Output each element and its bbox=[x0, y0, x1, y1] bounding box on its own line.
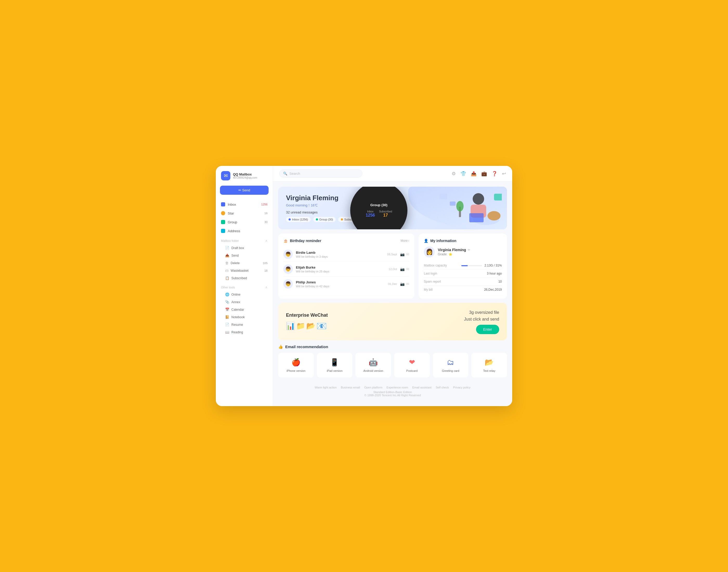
birthday-actions-1: 📷 ✉ bbox=[400, 267, 409, 271]
help-icon[interactable]: ❓ bbox=[492, 171, 497, 176]
camera-icon-0[interactable]: 📷 bbox=[400, 252, 405, 256]
sidebar-item-notebook[interactable]: 📔 Notebook bbox=[216, 313, 273, 321]
delete-icon: 🗑 bbox=[225, 261, 228, 265]
user-avatar: 👩 bbox=[424, 246, 435, 258]
online-label: Online bbox=[231, 293, 240, 296]
wechat-right: 3g oversized file Just click and send En… bbox=[464, 309, 499, 334]
floating-popup: Group (30) Inbox 1256 Subscribed 17 bbox=[350, 187, 408, 229]
recommendation-section: 👍 Email recommendation 🍎 iPhone version … bbox=[278, 345, 507, 377]
footer-link-2[interactable]: Open platform bbox=[364, 386, 382, 389]
main-content: 🔍 Search ⚙ 👕 📤 💼 ❓ ↩ bbox=[273, 166, 512, 406]
sidebar-item-star[interactable]: Star 16 bbox=[216, 209, 273, 218]
subscribed-icon: 📋 bbox=[225, 276, 229, 280]
edit-profile-icon[interactable]: ✏ bbox=[468, 248, 470, 252]
birthday-actions-2: 📷 ✉ bbox=[400, 282, 409, 286]
recommend-item-android[interactable]: 🤖 Android version bbox=[355, 353, 391, 377]
reading-label: Reading bbox=[231, 331, 243, 334]
sidebar-item-reading[interactable]: 📖 Reading bbox=[216, 329, 273, 336]
iphone-icon: 🍎 bbox=[291, 358, 301, 367]
recommend-title-icon: 👍 bbox=[278, 345, 283, 349]
recommend-item-greeting[interactable]: 🗂 Greeting card bbox=[433, 353, 468, 377]
upload-icon[interactable]: 📤 bbox=[471, 171, 477, 176]
popup-inbox-label: Inbox bbox=[366, 210, 375, 213]
footer-copyright: © 1998-2020 Tencent Inc.All Right Reserv… bbox=[282, 394, 503, 397]
recommend-title: 👍 Email recommendation bbox=[278, 345, 507, 349]
sidebar-item-wastebasket[interactable]: 🗃 Wastebasket 18 bbox=[216, 267, 273, 274]
footer-link-4[interactable]: Email assistant bbox=[412, 386, 432, 389]
group-label: Group bbox=[228, 220, 237, 224]
recommend-grid: 🍎 iPhone version 📱 iPad version 🤖 Androi… bbox=[278, 353, 507, 377]
avatar-birdie: 👦 bbox=[283, 249, 293, 259]
sidebar-item-online[interactable]: 🌐 Online bbox=[216, 291, 273, 298]
mailbox-chevron-icon: ∧ bbox=[265, 239, 268, 242]
recommend-item-postcard[interactable]: ❤ Postcard bbox=[394, 353, 430, 377]
wechat-enter-button[interactable]: Enter bbox=[476, 325, 499, 334]
birthday-actions-0: 📷 ✉ bbox=[400, 252, 409, 256]
popup-subscribed-count: 17 bbox=[379, 213, 392, 218]
tag-inbox[interactable]: Inbox (1256) bbox=[286, 217, 311, 222]
info-row-capacity: Mailbox capacity 2.13G / 31% bbox=[424, 262, 502, 270]
recommend-item-iphone[interactable]: 🍎 iPhone version bbox=[278, 353, 314, 377]
footer-link-1[interactable]: Business email bbox=[341, 386, 360, 389]
logout-icon[interactable]: ↩ bbox=[502, 171, 506, 176]
birthday-title: 🎂 Birthday reminder bbox=[283, 239, 321, 243]
tag-group[interactable]: Group (30) bbox=[313, 217, 336, 222]
sidebar-item-send[interactable]: 📤 Send bbox=[216, 252, 273, 259]
sidebar-item-address[interactable]: Address bbox=[216, 226, 273, 235]
wastebasket-badge: 18 bbox=[265, 269, 268, 272]
star-icon bbox=[221, 211, 225, 215]
recommend-item-ipad[interactable]: 📱 iPad version bbox=[317, 353, 353, 377]
birthday-card-header: 🎂 Birthday reminder More › bbox=[283, 239, 409, 243]
mail-icon-2[interactable]: ✉ bbox=[406, 282, 409, 286]
popup-inbox-count: 1256 bbox=[366, 213, 375, 218]
sidebar-item-subscribed[interactable]: 📋 Subscribed bbox=[216, 274, 273, 282]
recommend-item-relay[interactable]: 📂 Text relay bbox=[471, 353, 507, 377]
birthday-item-1: 👦 Elijah Burke Will be birthday in 25 da… bbox=[283, 262, 409, 277]
wastebasket-icon: 🗃 bbox=[225, 269, 228, 273]
reading-icon: 📖 bbox=[225, 330, 229, 334]
star-label: Star bbox=[228, 211, 234, 215]
sidebar-item-resume[interactable]: 📄 Resume bbox=[216, 321, 273, 329]
birthday-more-btn[interactable]: More › bbox=[401, 239, 409, 242]
footer-link-0[interactable]: Warm light action bbox=[314, 386, 337, 389]
footer-link-5[interactable]: Self check bbox=[436, 386, 449, 389]
draft-icon: 📄 bbox=[225, 246, 229, 250]
wechat-icons: 📊 📁 📂 📧 bbox=[286, 321, 328, 331]
user-details: Virginia Fleming ✏ Grade: ⭐ bbox=[438, 248, 470, 256]
tag-inbox-dot bbox=[289, 218, 291, 220]
sidebar-item-inbox[interactable]: Inbox 1256 bbox=[216, 200, 273, 209]
greeting-icon: 🗂 bbox=[447, 358, 454, 367]
footer-link-6[interactable]: Privacy policy bbox=[453, 386, 470, 389]
hero-card: Virginia Fleming Good morning！16℃ 32 unr… bbox=[278, 187, 507, 229]
wechat-title: Enterprise WeChat bbox=[286, 312, 328, 318]
mail-icon-0[interactable]: ✉ bbox=[406, 252, 409, 256]
sidebar-item-group[interactable]: Group 30 bbox=[216, 218, 273, 226]
mailbox-folder-section: Mailbox folder ∧ bbox=[216, 235, 273, 244]
popup-subscribed-label: Subscribed bbox=[379, 210, 392, 213]
settings-icon[interactable]: ⚙ bbox=[452, 171, 456, 176]
sidebar-item-annex[interactable]: 📎 Annex bbox=[216, 298, 273, 306]
logo-text: QQ Mailbox 407290924@qq.com bbox=[233, 172, 257, 179]
sidebar-item-draft[interactable]: 📄 Draft box bbox=[216, 244, 273, 252]
briefcase-icon[interactable]: 💼 bbox=[481, 171, 487, 176]
shirt-icon[interactable]: 👕 bbox=[460, 171, 466, 176]
sidebar-item-delete[interactable]: 🗑 Delete 105 bbox=[216, 259, 273, 267]
mail-icon-1[interactable]: ✉ bbox=[406, 267, 409, 271]
android-icon: 🤖 bbox=[369, 358, 378, 367]
birthday-item-2: 👦 Philip Jones Will be birthday in 42 da… bbox=[283, 277, 409, 291]
info-row-login: Last login 3 hour ago bbox=[424, 270, 502, 278]
birthday-title-icon: 🎂 bbox=[283, 239, 288, 243]
logo-icon: ✉ bbox=[221, 171, 230, 181]
camera-icon-2[interactable]: 📷 bbox=[400, 282, 405, 286]
send-button[interactable]: ✏ Send bbox=[220, 186, 269, 195]
resume-label: Resume bbox=[231, 323, 243, 327]
search-box[interactable]: 🔍 Search bbox=[279, 169, 362, 177]
folder2-icon: 📂 bbox=[306, 321, 315, 330]
sidebar-item-calendar[interactable]: 📅 Calendar bbox=[216, 306, 273, 313]
footer-edition: Standard Edition-Basic Edition bbox=[282, 390, 503, 394]
star-grade-icon: ⭐ bbox=[448, 253, 452, 256]
camera-icon-1[interactable]: 📷 bbox=[400, 267, 405, 271]
footer-link-3[interactable]: Experience room bbox=[387, 386, 408, 389]
capacity-progress-bar bbox=[461, 265, 482, 266]
avatar-elijah: 👦 bbox=[283, 265, 293, 274]
